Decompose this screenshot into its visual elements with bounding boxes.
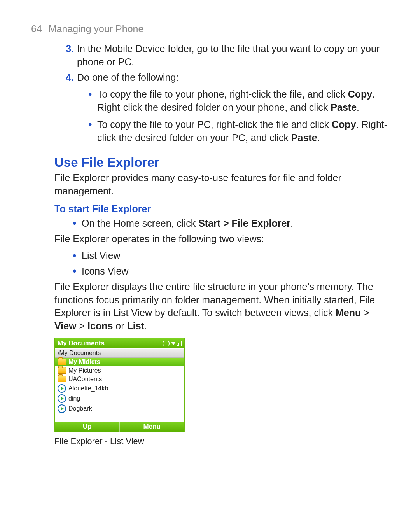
dropdown-icon (171, 342, 176, 345)
step-number: 4. (62, 71, 74, 84)
bold-view: View (54, 320, 77, 331)
softkey-up[interactable]: Up (55, 422, 119, 432)
screenshot-titlebar: My Documents (55, 338, 184, 348)
page-header: 64 Managing your Phone (31, 23, 389, 35)
text: > (77, 320, 88, 331)
text: . (290, 218, 293, 229)
folder-icon (58, 359, 66, 365)
bullet-icon: • (86, 118, 95, 145)
step-4-bullet-2: • To copy the file to your PC, right-cli… (86, 118, 389, 145)
bold-copy: Copy (348, 89, 373, 100)
bold-copy: Copy (332, 119, 356, 130)
list-item[interactable]: ding (55, 394, 184, 404)
section-title: Managing your Phone (49, 23, 144, 34)
bold-menu: Menu (336, 307, 361, 318)
text: > (361, 307, 372, 318)
media-icon (58, 394, 66, 403)
softkey-menu[interactable]: Menu (120, 422, 184, 432)
folder-icon (58, 367, 66, 374)
bold-list: List (127, 320, 144, 331)
screenshot-file-explorer: My Documents \My Documents My MidletsMy … (54, 338, 185, 432)
list-item[interactable]: Alouette_14kb (55, 383, 184, 394)
paragraph: File Explorer operates in the following … (54, 233, 389, 246)
screenshot-title: My Documents (58, 339, 105, 347)
bold-icons: Icons (88, 320, 113, 331)
start-bullet: • On the Home screen, click Start > File… (70, 217, 389, 230)
bullet-icon: • (70, 265, 79, 278)
text: On the Home screen, click (82, 218, 198, 229)
subheading-to-start: To start File Explorer (54, 203, 389, 215)
list-item[interactable]: UAContents (55, 375, 184, 383)
list-item-label: Alouette_14kb (68, 385, 108, 392)
media-icon (58, 384, 66, 393)
text: File Explorer displays the entire file s… (54, 281, 378, 318)
text: or (113, 320, 127, 331)
page-number: 64 (31, 23, 42, 34)
screenshot-list: My MidletsMy PicturesUAContentsAlouette_… (55, 358, 184, 414)
view-bullet-icons: • Icons View (70, 265, 389, 278)
bullet-icon: • (70, 217, 79, 230)
step-number: 3. (62, 42, 74, 69)
text: To copy the file to your phone, right-cl… (97, 89, 348, 100)
screenshot-caption: File Explorer - List View (54, 436, 389, 446)
text: . (317, 132, 320, 143)
list-item[interactable]: My Midlets (55, 358, 184, 366)
manual-page: 64 Managing your Phone 3. In the Mobile … (0, 0, 420, 478)
text: To copy the file to your PC, right-click… (97, 119, 332, 130)
bullet-icon: • (86, 88, 95, 114)
bold-paste: Paste (331, 102, 357, 113)
list-item[interactable]: Dogbark (55, 404, 184, 414)
paragraph: File Explorer provides many easy-to-use … (54, 171, 389, 198)
step-text: In the Mobile Device folder, go to the f… (77, 42, 389, 69)
list-item[interactable]: My Pictures (55, 366, 184, 375)
signal-icon (177, 341, 182, 346)
bold-start-path: Start > File Explorer (198, 218, 290, 229)
sync-icon (163, 340, 170, 346)
text: Icons View (82, 265, 128, 278)
screenshot-softkeys: Up Menu (55, 422, 184, 432)
screenshot-path: \My Documents (55, 348, 184, 358)
list-item-label: Dogbark (68, 405, 92, 412)
text: . (144, 320, 147, 331)
step-text: Do one of the following: (77, 71, 389, 84)
list-item-label: My Pictures (68, 367, 101, 374)
text: List View (82, 249, 121, 262)
list-item-label: ding (68, 395, 80, 402)
list-item-label: My Midlets (68, 359, 100, 366)
step-4-bullet-1: • To copy the file to your phone, right-… (86, 88, 389, 114)
bold-paste: Paste (291, 132, 317, 143)
bullet-icon: • (70, 249, 79, 262)
list-item-label: UAContents (68, 376, 102, 383)
paragraph: File Explorer displays the entire file s… (54, 280, 389, 333)
folder-icon (58, 376, 66, 382)
text: . (357, 102, 359, 113)
step-4: 4. Do one of the following: (62, 71, 389, 84)
step-3: 3. In the Mobile Device folder, go to th… (62, 42, 389, 69)
heading-use-file-explorer: Use File Explorer (54, 155, 389, 170)
media-icon (58, 404, 66, 413)
view-bullet-list: • List View (70, 249, 389, 262)
